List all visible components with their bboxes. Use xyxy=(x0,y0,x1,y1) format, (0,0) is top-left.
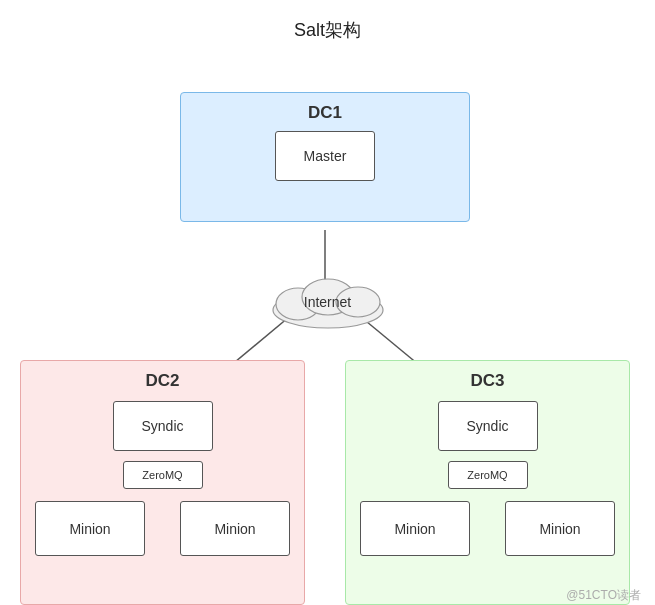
internet-cloud: Internet xyxy=(263,272,393,332)
diagram-area: DC1 Master Internet DC2 Syndic ZeroMQ Mi… xyxy=(0,52,655,605)
dc2-box: DC2 Syndic ZeroMQ Minion Minion xyxy=(20,360,305,605)
page-title: Salt架构 xyxy=(0,0,655,52)
dc3-label: DC3 xyxy=(346,361,629,391)
dc1-label: DC1 xyxy=(181,93,469,123)
watermark: @51CTO读者 xyxy=(566,587,641,604)
dc1-box: DC1 Master xyxy=(180,92,470,222)
internet-label: Internet xyxy=(304,294,351,310)
dc3-box: DC3 Syndic ZeroMQ Minion Minion xyxy=(345,360,630,605)
dc2-minion2-box: Minion xyxy=(180,501,290,556)
dc2-syndic-box: Syndic xyxy=(113,401,213,451)
dc3-zeromq-box: ZeroMQ xyxy=(448,461,528,489)
dc2-zeromq-box: ZeroMQ xyxy=(123,461,203,489)
dc2-label: DC2 xyxy=(21,361,304,391)
dc3-minion1-box: Minion xyxy=(360,501,470,556)
dc3-syndic-box: Syndic xyxy=(438,401,538,451)
dc3-minion2-box: Minion xyxy=(505,501,615,556)
master-box: Master xyxy=(275,131,375,181)
dc2-minion1-box: Minion xyxy=(35,501,145,556)
